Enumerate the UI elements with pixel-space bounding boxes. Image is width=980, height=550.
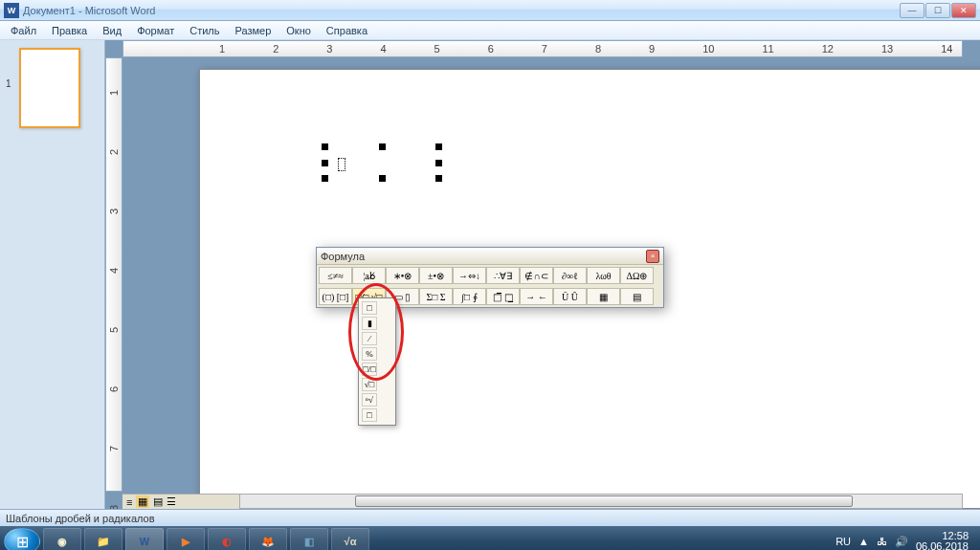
eq-template-button-9[interactable]: ▤: [620, 288, 654, 305]
eq-symbol-button-6[interactable]: ∉∩⊂: [520, 267, 553, 284]
fraction-radical-dropdown[interactable]: □▮⁄%□/□√□ⁿ√□: [358, 297, 396, 426]
fraction-option-6[interactable]: ⁿ√: [362, 393, 377, 407]
eq-template-button-0[interactable]: (□) [□]: [319, 288, 352, 305]
tray-network-icon[interactable]: 🖧: [877, 536, 887, 547]
eq-template-button-7[interactable]: Ū Û: [553, 288, 587, 305]
menu-edit[interactable]: Правка: [45, 23, 94, 38]
app-icon: W: [4, 3, 19, 18]
menu-file[interactable]: Файл: [4, 23, 43, 38]
taskbar-item-app2[interactable]: √α: [331, 528, 369, 550]
taskbar-item-firefox[interactable]: 🦊: [249, 528, 287, 550]
windows-logo-icon: ⊞: [16, 533, 29, 551]
title-bar: W Документ1 - Microsoft Word — ☐ ✕: [0, 0, 980, 21]
fraction-option-4[interactable]: □/□: [362, 363, 377, 376]
menu-help[interactable]: Справка: [320, 23, 374, 38]
status-text: Шаблоны дробей и радикалов: [6, 513, 155, 524]
thumbnail-panel: 1: [0, 40, 105, 509]
eq-symbol-button-3[interactable]: ±•⊗: [419, 267, 453, 284]
thumbnail-page-number: 1: [6, 78, 11, 89]
eq-symbol-button-2[interactable]: ∗•⊗: [386, 267, 419, 284]
horizontal-ruler[interactable]: 123456789101112131415: [122, 40, 963, 57]
taskbar-item-word[interactable]: W: [125, 528, 164, 550]
taskbar-item-mediaplayer[interactable]: ▶: [167, 528, 205, 550]
equation-toolbar-title: Формула: [321, 251, 646, 262]
menu-style[interactable]: Стиль: [183, 23, 226, 38]
eq-template-button-4[interactable]: ∫□ ∮: [453, 288, 486, 305]
taskbar-item-yandex[interactable]: ◉: [43, 528, 81, 550]
menu-window[interactable]: Окно: [279, 23, 318, 38]
menu-view[interactable]: Вид: [96, 23, 128, 38]
close-button[interactable]: ✕: [951, 3, 976, 18]
fraction-option-3[interactable]: %: [362, 347, 377, 361]
page-thumbnail[interactable]: 1: [19, 48, 80, 128]
fraction-option-1[interactable]: ▮: [362, 317, 377, 330]
vertical-ruler[interactable]: 12345678: [105, 57, 122, 492]
eq-symbol-button-0[interactable]: ≤≠≈: [319, 267, 352, 284]
window-title: Документ1 - Microsoft Word: [23, 5, 900, 16]
eq-symbol-button-9[interactable]: ΔΩ⊕: [620, 267, 654, 284]
menu-size[interactable]: Размер: [228, 23, 278, 38]
eq-symbol-button-8[interactable]: λωθ: [587, 267, 620, 284]
eq-symbol-button-1[interactable]: ¦ab̸: [352, 267, 386, 284]
maximize-button[interactable]: ☐: [925, 3, 950, 18]
menu-format[interactable]: Формат: [130, 23, 181, 38]
status-bar: Шаблоны дробей и радикалов: [0, 509, 980, 526]
eq-template-button-5[interactable]: □̅ □̲: [486, 288, 520, 305]
fraction-option-0[interactable]: □: [362, 301, 377, 315]
menu-bar: Файл Правка Вид Формат Стиль Размер Окно…: [0, 21, 980, 40]
fraction-option-5[interactable]: √□: [362, 378, 377, 391]
eq-template-button-3[interactable]: Σ□ Σ: [419, 288, 453, 305]
tray-volume-icon[interactable]: 🔊: [895, 536, 908, 548]
taskbar: ⊞ ◉📁W▶◐🦊◧√α RU ▲ 🖧 🔊 12:58 06.06.2018: [0, 526, 980, 550]
tray-flag-icon[interactable]: ▲: [858, 536, 869, 547]
system-tray[interactable]: RU ▲ 🖧 🔊 12:58 06.06.2018: [835, 531, 976, 550]
equation-object[interactable]: [324, 146, 439, 179]
eq-symbol-button-7[interactable]: ∂∞ℓ: [553, 267, 587, 284]
start-button[interactable]: ⊞: [4, 528, 40, 550]
equation-cursor: [338, 158, 345, 171]
equation-toolbar-close-button[interactable]: ×: [646, 250, 659, 263]
eq-symbol-button-5[interactable]: ∴∀∃: [486, 267, 520, 284]
horizontal-scrollbar[interactable]: [239, 494, 963, 509]
minimize-button[interactable]: —: [900, 3, 924, 18]
eq-symbol-button-4[interactable]: →⇔↓: [453, 267, 486, 284]
language-indicator[interactable]: RU: [835, 536, 851, 547]
taskbar-item-app1[interactable]: ◧: [290, 528, 328, 550]
eq-template-button-6[interactable]: → ←: [520, 288, 553, 305]
fraction-option-2[interactable]: ⁄: [362, 332, 377, 345]
fraction-option-7[interactable]: □: [362, 408, 377, 422]
clock[interactable]: 12:58 06.06.2018: [916, 531, 969, 550]
equation-toolbar-titlebar[interactable]: Формула ×: [317, 248, 663, 265]
taskbar-item-explorer[interactable]: 📁: [84, 528, 122, 550]
eq-template-button-8[interactable]: ▦: [587, 288, 620, 305]
taskbar-item-chrome[interactable]: ◐: [208, 528, 246, 550]
